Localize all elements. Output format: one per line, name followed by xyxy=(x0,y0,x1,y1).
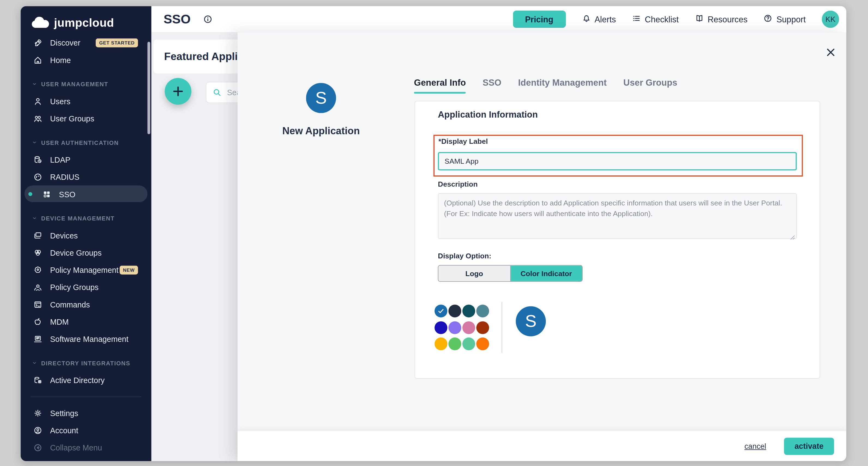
sidebar-item-device-groups[interactable]: Device Groups xyxy=(21,244,152,261)
sidebar-item-mdm[interactable]: MDM xyxy=(21,313,152,330)
sidebar-section-device-management[interactable]: DEVICE MANAGEMENT xyxy=(21,209,152,227)
sidebar-item-account[interactable]: Account xyxy=(21,421,152,439)
tab-user-groups[interactable]: User Groups xyxy=(623,78,677,94)
tab-sso[interactable]: SSO xyxy=(483,78,501,94)
sidebar-item-sso[interactable]: SSO xyxy=(29,185,142,203)
color-swatch-1[interactable] xyxy=(435,304,447,317)
sidebar-item-ldap[interactable]: LDAP xyxy=(21,151,152,168)
color-preview-circle: S xyxy=(516,307,546,337)
topbar-right: Pricing AlertsChecklistResourcesSupport … xyxy=(513,11,839,28)
sidebar-nav: DiscoverGET STARTEDHomeUSER MANAGEMENTUs… xyxy=(21,34,152,456)
display-label-label: *Display Label xyxy=(438,137,488,145)
gear-icon xyxy=(33,408,42,417)
active-directory-icon xyxy=(33,376,42,385)
new-badge: NEW xyxy=(120,265,138,274)
sidebar-item-software-management[interactable]: Software Management xyxy=(21,330,152,347)
sidebar-item-label: Users xyxy=(50,96,71,106)
logo: jumpcloud xyxy=(21,6,152,31)
bell-icon xyxy=(582,14,591,25)
sidebar-scrollbar[interactable] xyxy=(148,42,150,134)
sidebar-item-label: Account xyxy=(50,426,78,435)
card-title: Application Information xyxy=(438,110,537,120)
sidebar-item-radius[interactable]: RADIUS xyxy=(21,168,152,185)
add-application-button[interactable] xyxy=(165,78,191,105)
user-groups-icon xyxy=(33,114,42,123)
section-label: USER AUTHENTICATION xyxy=(41,139,119,145)
sidebar-section-user-management[interactable]: USER MANAGEMENT xyxy=(21,75,152,92)
tab-general-info[interactable]: General Info xyxy=(414,78,466,94)
color-swatch-11[interactable] xyxy=(462,338,475,350)
policy-groups-icon xyxy=(33,283,42,292)
collapse-arrow-icon xyxy=(33,443,42,452)
home-icon xyxy=(33,55,42,64)
color-swatch-3[interactable] xyxy=(462,304,475,317)
sidebar-item-label: Settings xyxy=(50,408,78,417)
sidebar-item-label: SSO xyxy=(59,190,75,199)
devices-icon xyxy=(33,231,42,240)
topnav-alerts[interactable]: Alerts xyxy=(582,14,616,25)
sidebar-item-users[interactable]: Users xyxy=(21,92,152,110)
apple-mdm-icon xyxy=(33,317,42,326)
color-swatch-12[interactable] xyxy=(476,338,489,350)
sidebar-item-label: Device Groups xyxy=(50,248,102,257)
sidebar-item-user-groups[interactable]: User Groups xyxy=(21,110,152,127)
color-swatch-6[interactable] xyxy=(448,321,461,334)
topnav-label: Resources xyxy=(708,14,747,24)
color-swatch-2[interactable] xyxy=(448,304,461,317)
sidebar-item-commands[interactable]: Commands xyxy=(21,296,152,313)
color-swatch-5[interactable] xyxy=(435,321,447,334)
display-option-toggle: Logo Color Indicator xyxy=(438,265,583,282)
sidebar-item-label: Software Management xyxy=(50,334,128,344)
sidebar-item-label: Discover xyxy=(50,38,81,47)
close-icon xyxy=(826,47,836,57)
display-label-input[interactable] xyxy=(438,152,797,170)
check-icon xyxy=(437,308,445,315)
topnav-resources[interactable]: Resources xyxy=(695,14,747,25)
new-application-modal: S New Application General InfoSSOIdentit… xyxy=(238,32,846,461)
checklist-icon xyxy=(632,14,641,25)
info-icon[interactable] xyxy=(203,14,212,24)
tab-identity-management[interactable]: Identity Management xyxy=(518,78,607,94)
logo-text: jumpcloud xyxy=(54,16,114,29)
display-option-color-indicator[interactable]: Color Indicator xyxy=(510,266,582,281)
account-icon xyxy=(33,426,42,435)
new-application-icon: S xyxy=(306,83,336,113)
color-swatch-9[interactable] xyxy=(435,338,447,350)
sidebar-item-policy-groups[interactable]: Policy Groups xyxy=(21,279,152,296)
pricing-button[interactable]: Pricing xyxy=(513,11,566,28)
software-management-icon xyxy=(33,334,42,344)
ldap-database-icon xyxy=(33,155,42,164)
sidebar-item-home[interactable]: Home xyxy=(21,51,152,68)
radius-dial-icon xyxy=(33,172,42,181)
page-title: SSO xyxy=(163,12,191,27)
sidebar-item-label: User Groups xyxy=(50,114,94,123)
section-label: DEVICE MANAGEMENT xyxy=(41,215,115,221)
description-textarea[interactable] xyxy=(438,193,797,239)
activate-button[interactable]: activate xyxy=(784,437,834,455)
sidebar-item-active-directory[interactable]: Active Directory xyxy=(21,371,152,388)
device-groups-icon xyxy=(33,248,42,257)
topnav-support[interactable]: Support xyxy=(764,14,806,25)
display-option-logo[interactable]: Logo xyxy=(438,266,510,281)
chevron-down-icon xyxy=(32,139,37,145)
sidebar-divider xyxy=(31,397,141,397)
topnav-checklist[interactable]: Checklist xyxy=(632,14,679,25)
topnav-label: Checklist xyxy=(645,14,679,24)
sidebar-section-directory-integrations[interactable]: DIRECTORY INTEGRATIONS xyxy=(21,354,152,371)
sidebar-item-settings[interactable]: Settings xyxy=(21,404,152,421)
color-swatch-8[interactable] xyxy=(476,321,489,334)
sidebar-item-devices[interactable]: Devices xyxy=(21,227,152,244)
color-swatch-10[interactable] xyxy=(448,338,461,350)
cancel-button[interactable]: cancel xyxy=(741,441,770,451)
sidebar-item-policy-management[interactable]: Policy ManagementNEW xyxy=(21,261,152,278)
close-button[interactable] xyxy=(826,47,836,57)
chevron-down-icon xyxy=(32,360,37,366)
color-swatch-4[interactable] xyxy=(476,304,489,317)
sidebar-section-user-authentication[interactable]: USER AUTHENTICATION xyxy=(21,134,152,151)
topnav-label: Alerts xyxy=(595,14,616,24)
modal-footer: cancel activate xyxy=(238,431,846,461)
sidebar-item-discover[interactable]: DiscoverGET STARTED xyxy=(21,34,152,51)
sidebar-item-collapse-menu[interactable]: Collapse Menu xyxy=(21,439,152,456)
color-swatch-7[interactable] xyxy=(462,321,475,334)
avatar[interactable]: KK xyxy=(822,11,839,28)
